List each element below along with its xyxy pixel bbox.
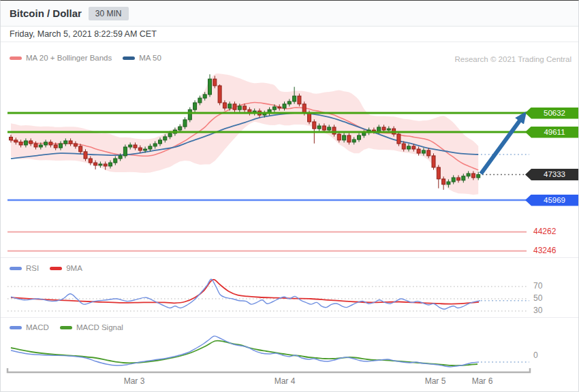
macd-zero-label: 0 [533, 350, 538, 360]
candle-body [24, 141, 27, 145]
candle-body [397, 134, 401, 144]
trading-central-widget: Bitcoin / Dollar 30 MIN Friday, March 5,… [0, 0, 579, 392]
candle-body [407, 146, 411, 149]
ma-20-bollinger-bands-swatch [10, 56, 22, 60]
candle-body [69, 141, 72, 144]
candle-body [49, 142, 52, 145]
candle-body [293, 96, 296, 101]
legend-item: MA 50 [123, 54, 161, 62]
candle-body [402, 144, 405, 149]
candle-body [10, 137, 13, 140]
candle-body [272, 107, 276, 110]
candle-body [94, 163, 97, 165]
legend-item: MACD [10, 323, 49, 331]
candle-body [123, 147, 127, 156]
macd-legend: MACDMACD Signal [10, 323, 123, 331]
candle-body [313, 122, 316, 129]
candle-body [328, 127, 331, 130]
candle-body [332, 127, 336, 134]
candle-body [208, 79, 212, 95]
bollinger-band-area [11, 74, 478, 195]
candle-body [29, 141, 33, 144]
candle-body [64, 141, 67, 144]
rsi-swatch [10, 267, 22, 270]
candle-body [198, 98, 202, 103]
candle-body [238, 106, 241, 110]
macd-signal-line [11, 341, 478, 366]
candle-body [163, 137, 167, 140]
legend-label: MA 20 + Bollinger Bands [26, 54, 112, 62]
candle-body [471, 174, 475, 178]
candle-body [377, 127, 381, 131]
candle-body [223, 103, 226, 108]
candle-body [462, 176, 465, 180]
candle-body [203, 95, 206, 98]
candle-body [168, 133, 172, 137]
level-label-44262: 44262 [533, 227, 556, 236]
timeframe-badge: 30 MIN [89, 7, 129, 20]
candle-body [178, 127, 182, 130]
header: Bitcoin / Dollar 30 MIN [1, 1, 578, 27]
candle-body [129, 145, 132, 147]
candle-body [447, 182, 450, 184]
legend-label: MACD Signal [76, 323, 123, 331]
candle-body [283, 104, 286, 108]
level-tag-47333: 47333 [525, 169, 578, 180]
candle-body [457, 178, 460, 180]
candle-body [218, 86, 221, 103]
candle-body [442, 179, 445, 184]
candle-body [99, 164, 102, 165]
level-tag-50632: 50632 [525, 108, 578, 119]
candle-body [153, 144, 157, 146]
legend-label: 9MA [66, 264, 82, 272]
candle-body [427, 150, 431, 156]
candle-body [243, 106, 247, 110]
candle-body [159, 140, 162, 144]
x-tick-mar-5: Mar 5 [425, 376, 446, 386]
candle-body [39, 145, 42, 147]
candle-body [193, 103, 197, 110]
candle-body [422, 150, 425, 153]
candle-body [412, 146, 416, 149]
candle-body [387, 129, 390, 130]
candle-body [322, 126, 326, 130]
instrument-title: Bitcoin / Dollar [10, 7, 82, 19]
candle-body [44, 142, 48, 145]
rsi-level-label-30: 30 [533, 306, 542, 315]
candle-body [134, 145, 137, 148]
candle-body [308, 113, 311, 122]
candle-body [89, 159, 92, 163]
candle-body [213, 79, 217, 86]
candle-body [287, 101, 291, 104]
candle-body [34, 144, 37, 147]
candle-body [352, 140, 356, 142]
candle-body [228, 104, 232, 108]
price-legend: MA 20 + Bollinger BandsMA 50 [10, 54, 161, 62]
candle-body [148, 146, 152, 149]
candle-body [74, 144, 77, 146]
candle-body [14, 140, 18, 142]
candle-body [437, 167, 440, 179]
legend-item: MACD Signal [60, 323, 123, 331]
ma-50-swatch [123, 56, 135, 60]
candle-body [467, 174, 470, 176]
x-tick-mar-4: Mar 4 [275, 376, 296, 386]
level-tag-45969: 45969 [525, 195, 578, 206]
candle-body [104, 164, 107, 166]
candle-body [114, 159, 117, 163]
bullish-forecast-arrow [481, 115, 524, 174]
macd-signal-swatch [60, 326, 72, 329]
candle-body [59, 144, 63, 148]
candle-body [382, 127, 386, 130]
candle-body [233, 104, 236, 110]
candle-body [119, 156, 122, 159]
candle-body [317, 126, 321, 129]
9ma-swatch [50, 267, 62, 270]
candle-body [477, 175, 480, 178]
candle-body [337, 134, 341, 140]
x-tick-mar-6: Mar 6 [472, 376, 493, 386]
candle-body [347, 135, 351, 142]
time-axis [7, 368, 530, 372]
research-credit: Research © 2021 Trading Central [455, 55, 572, 63]
legend-label: MA 50 [139, 54, 161, 62]
